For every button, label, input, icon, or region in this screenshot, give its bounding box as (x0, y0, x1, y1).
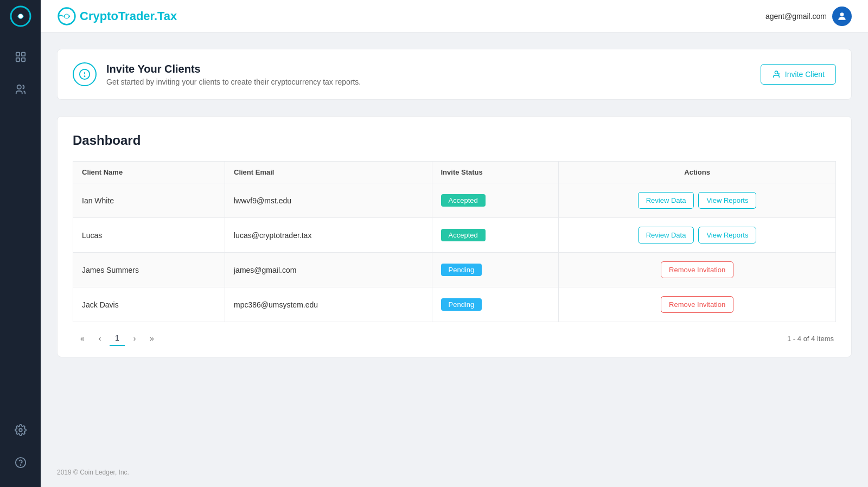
table-row: Ian Whitelwwvf9@mst.eduAcceptedReview Da… (73, 183, 836, 218)
sidebar-item-dashboard[interactable] (7, 43, 34, 71)
sidebar-nav (7, 33, 34, 416)
page-number: 1 (110, 331, 125, 346)
sidebar-item-help[interactable] (7, 449, 34, 476)
sidebar-bottom (7, 416, 34, 487)
clients-table: Client Name Client Email Invite Status A… (73, 161, 836, 322)
table-row: James Summersjames@gmail.comPendingRemov… (73, 253, 836, 287)
cell-invite-status: Accepted (432, 218, 559, 253)
svg-point-1 (18, 14, 23, 18)
invite-client-label: Invite Client (785, 70, 825, 79)
avatar[interactable] (832, 7, 852, 26)
cell-client-email: lucas@cryptotrader.tax (225, 218, 432, 253)
remove-invitation-button[interactable]: Remove Invitation (661, 296, 733, 313)
sidebar-logo[interactable] (0, 0, 41, 33)
pagination: « ‹ 1 › » 1 - 4 of 4 items (73, 331, 836, 346)
page-next-button[interactable]: › (127, 331, 142, 346)
footer: 2019 © Coin Ledger, Inc. (41, 458, 868, 487)
cell-actions: Remove Invitation (559, 253, 836, 287)
invite-banner-text: Invite Your Clients Get started by invit… (106, 63, 361, 86)
col-invite-status: Invite Status (432, 162, 559, 183)
sidebar-item-clients[interactable] (7, 76, 34, 103)
view-reports-button[interactable]: View Reports (698, 192, 756, 209)
actions-cell: Remove Invitation (567, 261, 827, 278)
svg-point-6 (17, 85, 21, 89)
page-prev-button[interactable]: ‹ (92, 331, 107, 346)
cell-invite-status: Accepted (432, 183, 559, 218)
svg-rect-2 (16, 53, 19, 56)
cell-client-email: lwwvf9@mst.edu (225, 183, 432, 218)
actions-cell: Review DataView Reports (567, 227, 827, 244)
invite-client-button[interactable]: Invite Client (761, 64, 836, 85)
status-badge: Accepted (441, 229, 486, 241)
svg-point-7 (19, 428, 22, 432)
view-reports-button[interactable]: View Reports (698, 227, 756, 244)
review-data-button[interactable]: Review Data (638, 192, 694, 209)
invite-banner-title: Invite Your Clients (106, 63, 361, 75)
pagination-controls: « ‹ 1 › » (75, 331, 159, 346)
table-row: Lucaslucas@cryptotrader.taxAcceptedRevie… (73, 218, 836, 253)
content: Invite Your Clients Get started by invit… (41, 33, 868, 458)
table-header-row: Client Name Client Email Invite Status A… (73, 162, 836, 183)
svg-rect-4 (16, 58, 19, 61)
main-wrapper: CryptoTrader.Tax agent@gmail.com (41, 0, 868, 487)
invite-info-icon (73, 62, 97, 86)
sidebar (0, 0, 41, 487)
dashboard-title: Dashboard (73, 133, 836, 148)
cell-actions: Review DataView Reports (559, 218, 836, 253)
actions-cell: Review DataView Reports (567, 192, 827, 209)
remove-invitation-button[interactable]: Remove Invitation (661, 261, 733, 278)
header-logo: CryptoTrader.Tax (57, 7, 177, 26)
header-logo-text: CryptoTrader.Tax (80, 9, 177, 23)
col-client-email: Client Email (225, 162, 432, 183)
svg-point-12 (840, 12, 844, 16)
cell-client-name: Ian White (73, 183, 225, 218)
svg-rect-5 (21, 58, 24, 61)
actions-cell: Remove Invitation (567, 296, 827, 313)
cell-client-email: mpc386@umsystem.edu (225, 287, 432, 322)
header-user[interactable]: agent@gmail.com (765, 7, 852, 26)
footer-text: 2019 © Coin Ledger, Inc. (57, 469, 129, 476)
svg-point-11 (65, 14, 68, 18)
status-badge: Pending (441, 264, 482, 276)
cell-actions: Review DataView Reports (559, 183, 836, 218)
table-row: Jack Davismpc386@umsystem.eduPendingRemo… (73, 287, 836, 322)
pagination-info: 1 - 4 of 4 items (787, 335, 834, 343)
invite-banner-left: Invite Your Clients Get started by invit… (73, 62, 361, 86)
sidebar-item-settings[interactable] (7, 416, 34, 444)
cell-invite-status: Pending (432, 287, 559, 322)
invite-banner-subtitle: Get started by inviting your clients to … (106, 78, 361, 86)
cell-client-name: Jack Davis (73, 287, 225, 322)
page-first-button[interactable]: « (75, 331, 90, 346)
user-email: agent@gmail.com (765, 12, 827, 21)
status-badge: Pending (441, 298, 482, 311)
cell-actions: Remove Invitation (559, 287, 836, 322)
review-data-button[interactable]: Review Data (638, 227, 694, 244)
svg-point-16 (775, 71, 777, 74)
cell-client-name: James Summers (73, 253, 225, 287)
col-client-name: Client Name (73, 162, 225, 183)
dashboard-card: Dashboard Client Name Client Email Invit… (57, 116, 852, 357)
col-actions: Actions (559, 162, 836, 183)
cell-client-name: Lucas (73, 218, 225, 253)
page-last-button[interactable]: » (144, 331, 159, 346)
invite-banner: Invite Your Clients Get started by invit… (57, 49, 852, 100)
top-header: CryptoTrader.Tax agent@gmail.com (41, 0, 868, 33)
cell-client-email: james@gmail.com (225, 253, 432, 287)
status-badge: Accepted (441, 194, 486, 207)
svg-rect-3 (21, 53, 24, 56)
cell-invite-status: Pending (432, 253, 559, 287)
